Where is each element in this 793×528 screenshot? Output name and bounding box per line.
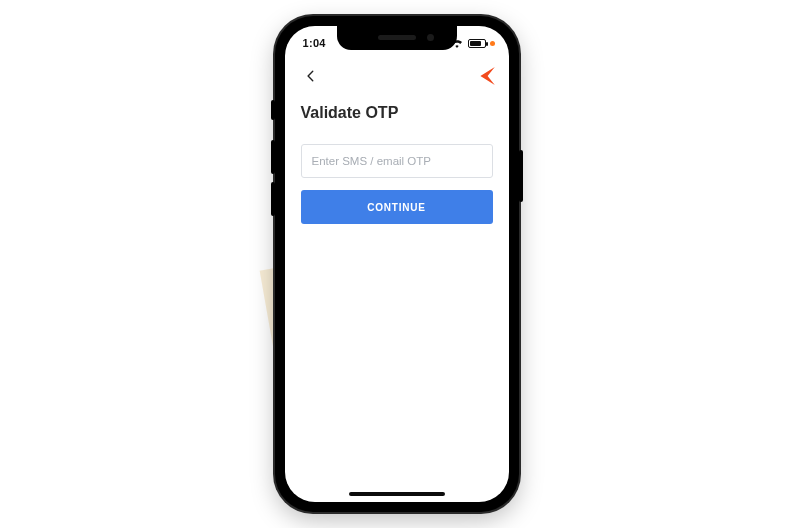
battery-icon: [468, 39, 486, 48]
page-content: Validate OTP CONTINUE: [285, 92, 509, 224]
phone-notch: [337, 26, 457, 50]
continue-button[interactable]: CONTINUE: [301, 190, 493, 224]
phone-frame: 1:04: [275, 16, 519, 512]
phone-power-button: [519, 150, 523, 202]
phone-volume-down: [271, 182, 275, 216]
status-time: 1:04: [303, 37, 326, 49]
recording-indicator-icon: [490, 41, 495, 46]
page-title: Validate OTP: [301, 104, 493, 122]
app-header: [285, 60, 509, 92]
phone-mute-switch: [271, 100, 275, 120]
chevron-left-icon: [304, 69, 318, 83]
otp-input[interactable]: [301, 144, 493, 178]
back-button[interactable]: [299, 64, 323, 88]
phone-volume-up: [271, 140, 275, 174]
kite-logo-icon: [473, 67, 495, 85]
home-indicator[interactable]: [349, 492, 445, 496]
phone-screen: 1:04: [285, 26, 509, 502]
